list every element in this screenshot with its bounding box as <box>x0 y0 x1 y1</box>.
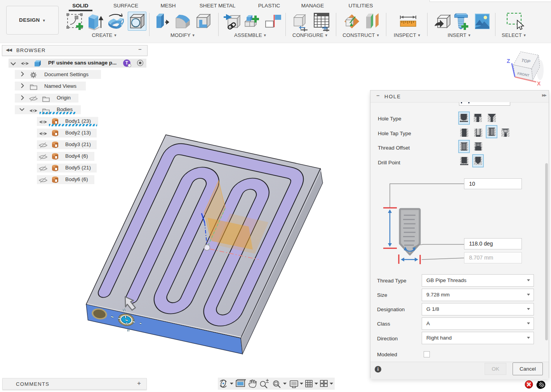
svg-text:X: X <box>537 80 541 87</box>
svg-text:Z: Z <box>507 58 510 64</box>
